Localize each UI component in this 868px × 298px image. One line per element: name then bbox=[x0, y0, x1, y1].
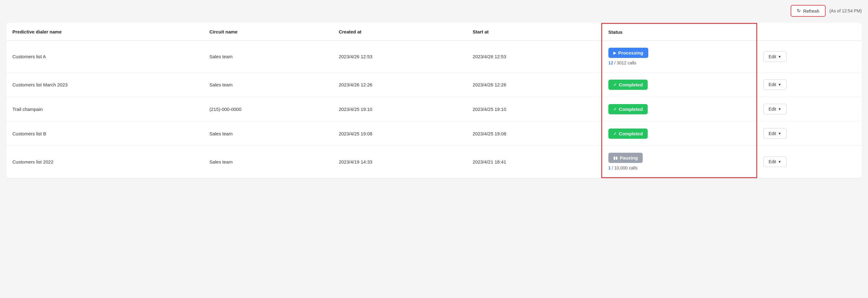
status-label: Completed bbox=[619, 107, 643, 112]
cell-circuit-name: (215)-000-0000 bbox=[203, 97, 333, 121]
refresh-label: Refresh bbox=[803, 8, 819, 13]
cell-created-at: 2023/4/26 12:26 bbox=[333, 73, 467, 97]
cell-start-at: 2023/4/26 12:53 bbox=[466, 40, 601, 73]
status-label: Completed bbox=[619, 82, 643, 87]
cell-created-at: 2023/4/19 14:33 bbox=[333, 146, 467, 178]
cell-circuit-name: Sales team bbox=[203, 121, 333, 146]
cell-created-at: 2023/4/25 19:10 bbox=[333, 97, 467, 121]
calls-unit: calls bbox=[629, 165, 638, 170]
play-icon: ▶ bbox=[613, 51, 616, 55]
cell-start-at: 2023/4/21 18:41 bbox=[466, 146, 601, 178]
cell-start-at: 2023/4/25 19:10 bbox=[466, 97, 601, 121]
chevron-down-icon: ▼ bbox=[778, 132, 781, 135]
check-icon: ✓ bbox=[613, 107, 617, 111]
col-header-actions bbox=[756, 24, 862, 41]
cell-circuit-name: Sales team bbox=[203, 73, 333, 97]
edit-label: Edit bbox=[769, 54, 776, 59]
main-table: Predictive dialer name Circuit name Crea… bbox=[6, 23, 862, 178]
calls-unit: calls bbox=[627, 60, 636, 65]
chevron-down-icon: ▼ bbox=[778, 55, 781, 58]
cell-status: ✓Completed bbox=[601, 73, 756, 97]
col-header-circuit-name: Circuit name bbox=[203, 24, 333, 41]
edit-label: Edit bbox=[769, 159, 776, 164]
check-icon: ✓ bbox=[613, 82, 617, 87]
cell-start-at: 2023/4/26 12:26 bbox=[466, 73, 601, 97]
cell-dialer-name: Customers list March 2023 bbox=[6, 73, 203, 97]
col-header-status: Status bbox=[601, 24, 756, 41]
cell-dialer-name: Customers list 2022 bbox=[6, 146, 203, 178]
edit-label: Edit bbox=[769, 131, 776, 136]
col-header-dialer-name: Predictive dialer name bbox=[6, 24, 203, 41]
edit-label: Edit bbox=[769, 107, 776, 111]
top-bar: ↻ Refresh (As of 12:54 PM) bbox=[6, 5, 862, 17]
edit-button[interactable]: Edit▼ bbox=[764, 128, 786, 139]
pause-icon: ▮▮ bbox=[613, 156, 618, 160]
edit-button[interactable]: Edit▼ bbox=[764, 51, 786, 62]
status-badge: ✓Completed bbox=[608, 104, 648, 114]
cell-edit: Edit▼ bbox=[756, 121, 862, 146]
cell-status: ▶Processing12 / 3012 calls bbox=[601, 40, 756, 73]
cell-edit: Edit▼ bbox=[756, 73, 862, 97]
status-badge: ✓Completed bbox=[608, 80, 648, 90]
table-container: Predictive dialer name Circuit name Crea… bbox=[6, 23, 862, 178]
status-label: Pausing bbox=[620, 155, 638, 160]
table-row: Customers list BSales team2023/4/25 19:0… bbox=[6, 121, 862, 146]
cell-edit: Edit▼ bbox=[756, 40, 862, 73]
as-of-text: (As of 12:54 PM) bbox=[829, 8, 862, 13]
cell-circuit-name: Sales team bbox=[203, 146, 333, 178]
refresh-button[interactable]: ↻ Refresh bbox=[790, 5, 826, 17]
check-icon: ✓ bbox=[613, 131, 617, 136]
status-label: Processing bbox=[618, 50, 643, 55]
status-badge: ✓Completed bbox=[608, 129, 648, 139]
col-header-created-at: Created at bbox=[333, 24, 467, 41]
cell-dialer-name: Customers list B bbox=[6, 121, 203, 146]
cell-status: ✓Completed bbox=[601, 97, 756, 121]
status-badge: ▶Processing bbox=[608, 48, 648, 58]
calls-info: 1 / 10,000 calls bbox=[608, 165, 750, 170]
edit-label: Edit bbox=[769, 82, 776, 87]
status-badge: ▮▮Pausing bbox=[608, 153, 643, 163]
table-row: Customers list 2022Sales team2023/4/19 1… bbox=[6, 146, 862, 178]
edit-button[interactable]: Edit▼ bbox=[764, 104, 786, 114]
cell-circuit-name: Sales team bbox=[203, 40, 333, 73]
chevron-down-icon: ▼ bbox=[778, 107, 781, 111]
chevron-down-icon: ▼ bbox=[778, 160, 781, 164]
cell-status: ✓Completed bbox=[601, 121, 756, 146]
edit-button[interactable]: Edit▼ bbox=[764, 79, 786, 90]
col-header-start-at: Start at bbox=[466, 24, 601, 41]
cell-edit: Edit▼ bbox=[756, 97, 862, 121]
calls-current: 1 bbox=[608, 165, 611, 170]
cell-created-at: 2023/4/26 12:53 bbox=[333, 40, 467, 73]
calls-current: 12 bbox=[608, 60, 613, 65]
table-row: Trail champain(215)-000-00002023/4/25 19… bbox=[6, 97, 862, 121]
calls-total: 10,000 bbox=[614, 165, 627, 170]
cell-edit: Edit▼ bbox=[756, 146, 862, 178]
cell-dialer-name: Customers list A bbox=[6, 40, 203, 73]
edit-button[interactable]: Edit▼ bbox=[764, 157, 786, 167]
cell-dialer-name: Trail champain bbox=[6, 97, 203, 121]
cell-created-at: 2023/4/25 19:08 bbox=[333, 121, 467, 146]
table-row: Customers list ASales team2023/4/26 12:5… bbox=[6, 40, 862, 73]
calls-total: 3012 bbox=[617, 60, 626, 65]
calls-info: 12 / 3012 calls bbox=[608, 60, 750, 65]
cell-start-at: 2023/4/25 19:08 bbox=[466, 121, 601, 146]
cell-status: ▮▮Pausing1 / 10,000 calls bbox=[601, 146, 756, 178]
refresh-icon: ↻ bbox=[797, 8, 801, 13]
table-row: Customers list March 2023Sales team2023/… bbox=[6, 73, 862, 97]
page-wrapper: ↻ Refresh (As of 12:54 PM) Predictive di… bbox=[0, 0, 868, 298]
chevron-down-icon: ▼ bbox=[778, 83, 781, 86]
status-label: Completed bbox=[619, 131, 643, 136]
